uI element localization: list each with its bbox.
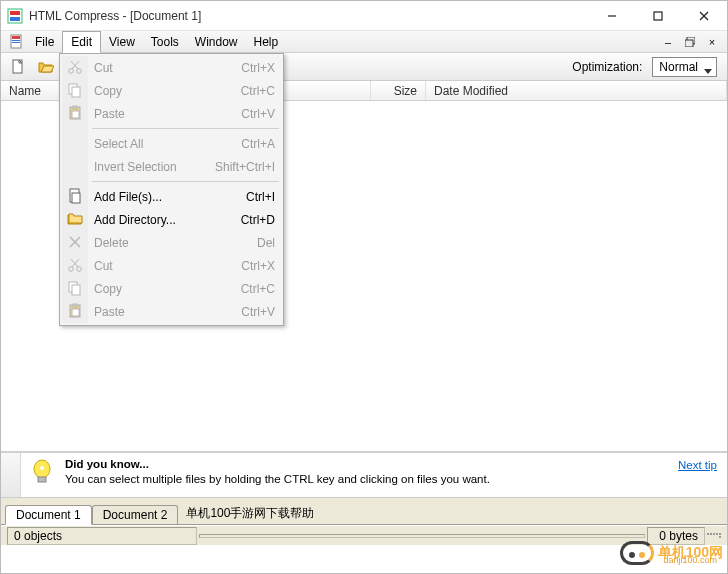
menu-item-cut: CutCtrl+X — [62, 56, 281, 79]
status-bytes: 0 bytes — [647, 527, 705, 545]
menu-item-label: Copy — [94, 84, 122, 98]
svg-line-19 — [72, 61, 79, 69]
mdi-close-button[interactable]: × — [705, 35, 719, 49]
menu-item-shortcut: Ctrl+C — [241, 282, 275, 296]
next-tip-link[interactable]: Next tip — [678, 459, 717, 471]
delete-icon — [67, 234, 83, 250]
svg-rect-9 — [12, 40, 20, 41]
open-folder-button[interactable] — [35, 56, 57, 78]
status-objects: 0 objects — [7, 527, 197, 545]
menu-item-label: Cut — [94, 61, 113, 75]
menu-view[interactable]: View — [101, 32, 143, 52]
menu-window[interactable]: Window — [187, 32, 246, 52]
statusbar: 0 objects 0 bytes — [1, 525, 727, 545]
menu-separator — [92, 128, 279, 129]
menu-item-shortcut: Ctrl+A — [241, 137, 275, 151]
menu-separator — [92, 181, 279, 182]
svg-rect-38 — [72, 309, 79, 316]
tip-gutter — [1, 453, 21, 497]
optimization-select[interactable]: Normal — [652, 57, 717, 77]
menu-help[interactable]: Help — [246, 32, 287, 52]
menu-item-paste: PasteCtrl+V — [62, 102, 281, 125]
mdi-minimize-button[interactable]: – — [661, 35, 675, 49]
copy-icon — [67, 280, 83, 296]
svg-rect-37 — [73, 304, 77, 307]
copy-icon — [67, 82, 83, 98]
svg-point-16 — [40, 466, 44, 470]
menu-item-shortcut: Ctrl+I — [246, 190, 275, 204]
svg-rect-24 — [73, 106, 77, 109]
close-button[interactable] — [681, 1, 727, 31]
new-document-button[interactable] — [7, 56, 29, 78]
tab-document-2[interactable]: Document 2 — [92, 505, 179, 524]
menu-tools[interactable]: Tools — [143, 32, 187, 52]
optimization-label: Optimization: — [572, 60, 642, 74]
tip-text: You can select multiple files by holding… — [65, 473, 490, 485]
menu-item-shortcut: Shift+Ctrl+I — [215, 160, 275, 174]
menu-file[interactable]: File — [27, 32, 62, 52]
menu-item-shortcut: Ctrl+X — [241, 259, 275, 273]
menu-item-label: Add Directory... — [94, 213, 176, 227]
svg-line-32 — [72, 259, 79, 267]
svg-line-20 — [71, 61, 78, 69]
svg-point-30 — [69, 267, 74, 272]
edit-menu-dropdown: CutCtrl+XCopyCtrl+CPasteCtrl+VSelect All… — [59, 53, 284, 326]
svg-rect-12 — [685, 40, 693, 47]
menu-item-label: Paste — [94, 107, 125, 121]
svg-rect-15 — [38, 477, 46, 482]
svg-rect-10 — [12, 42, 20, 43]
svg-point-18 — [77, 69, 82, 74]
menu-item-paste: PasteCtrl+V — [62, 300, 281, 323]
menu-item-cut: CutCtrl+X — [62, 254, 281, 277]
scissors-icon — [67, 257, 83, 273]
paste-icon — [67, 303, 83, 319]
menu-item-label: Paste — [94, 305, 125, 319]
svg-rect-1 — [10, 11, 20, 15]
window-title: HTML Compress - [Document 1] — [29, 9, 201, 23]
menu-item-select-all: Select AllCtrl+A — [62, 132, 281, 155]
add-folder-icon — [67, 211, 83, 227]
svg-line-33 — [71, 259, 78, 267]
tip-heading: Did you know... — [65, 458, 149, 470]
menu-item-label: Add File(s)... — [94, 190, 162, 204]
svg-rect-35 — [72, 285, 80, 295]
window-controls — [589, 1, 727, 31]
minimize-button[interactable] — [589, 1, 635, 31]
menu-item-label: Delete — [94, 236, 129, 250]
menu-item-label: Copy — [94, 282, 122, 296]
menu-item-shortcut: Ctrl+X — [241, 61, 275, 75]
spacer — [1, 497, 727, 505]
svg-rect-4 — [654, 12, 662, 20]
chevron-down-icon — [704, 64, 712, 78]
maximize-button[interactable] — [635, 1, 681, 31]
document-tabs: Document 1Document 2 单机100手游网下载帮助 — [1, 505, 727, 525]
help-text[interactable]: 单机100手游网下载帮助 — [178, 503, 322, 524]
menu-item-label: Invert Selection — [94, 160, 177, 174]
open-folder-icon — [38, 59, 54, 75]
menu-item-add-directory[interactable]: Add Directory...Ctrl+D — [62, 208, 281, 231]
app-icon — [7, 8, 23, 24]
column-date-modified[interactable]: Date Modified — [426, 81, 727, 100]
menu-item-add-file-s[interactable]: Add File(s)...Ctrl+I — [62, 185, 281, 208]
menu-edit[interactable]: Edit — [62, 31, 101, 53]
status-spacer — [199, 534, 645, 538]
tab-document-1[interactable]: Document 1 — [5, 505, 92, 525]
column-size[interactable]: Size — [371, 81, 426, 100]
new-file-icon — [10, 59, 26, 75]
menu-item-delete: DeleteDel — [62, 231, 281, 254]
paste-icon — [67, 105, 83, 121]
mdi-restore-button[interactable] — [683, 35, 697, 49]
menu-item-shortcut: Ctrl+V — [241, 305, 275, 319]
titlebar: HTML Compress - [Document 1] — [1, 1, 727, 31]
menu-item-label: Select All — [94, 137, 143, 151]
svg-rect-22 — [72, 87, 80, 97]
menu-item-copy: CopyCtrl+C — [62, 79, 281, 102]
lightbulb-icon — [31, 459, 55, 490]
menu-item-invert-selection: Invert SelectionShift+Ctrl+I — [62, 155, 281, 178]
optimization-value: Normal — [659, 60, 698, 74]
svg-point-17 — [69, 69, 74, 74]
resize-grip[interactable] — [707, 533, 721, 538]
menubar: FileEditViewToolsWindowHelp – × — [1, 31, 727, 53]
add-file-icon — [67, 188, 83, 204]
menu-item-shortcut: Ctrl+V — [241, 107, 275, 121]
